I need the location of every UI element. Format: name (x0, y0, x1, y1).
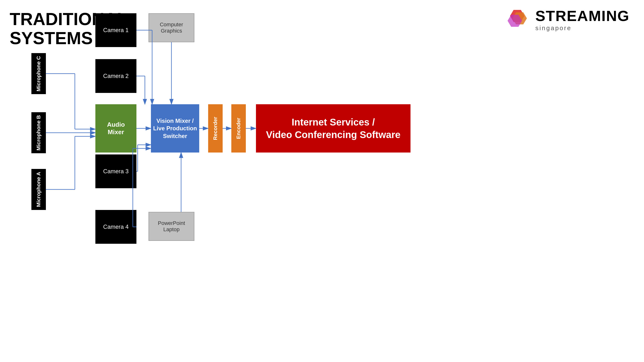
camera-4: Camera 4 (96, 210, 136, 244)
vision-mixer-box: Vision Mixer /Live ProductionSwitcher (151, 104, 199, 153)
camera-3: Camera 3 (96, 154, 136, 188)
internet-services-box: Internet Services /Video Conferencing So… (256, 104, 410, 153)
logo-text: STREAMING singapore (535, 7, 630, 32)
logo-streaming-label: STREAMING (535, 7, 630, 24)
streaming-logo-icon (506, 7, 530, 32)
logo-singapore-label: singapore (535, 24, 630, 32)
audio-mixer-box: AudioMixer (96, 104, 136, 153)
computer-graphics-box: ComputerGraphics (148, 13, 194, 42)
logo-area: STREAMING singapore (506, 7, 630, 32)
powerpoint-laptop-box: PowerPointLaptop (148, 212, 194, 241)
microphone-b: Microphone B (32, 112, 46, 153)
recorder-box: Recorder (208, 104, 223, 153)
camera-1: Camera 1 (96, 13, 136, 47)
encoder-box: Encoder (231, 104, 246, 153)
microphone-a: Microphone A (32, 169, 46, 210)
microphone-c: Microphone C (32, 53, 46, 94)
camera-2: Camera 2 (96, 59, 136, 93)
